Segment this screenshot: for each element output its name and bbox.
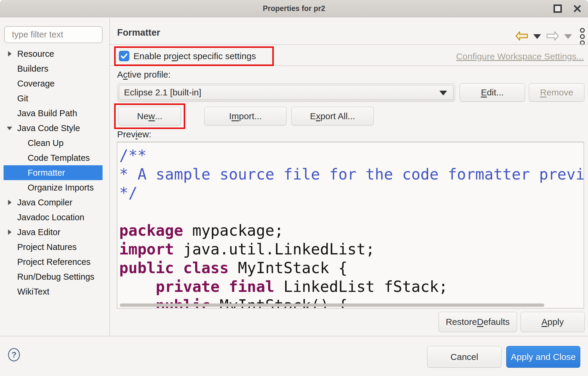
preview-code: /*** A sample source file for the code f… — [117, 142, 584, 309]
sidebar-separator — [109, 17, 110, 336]
sidebar-item-organize-imports[interactable]: Organize Imports — [0, 180, 109, 195]
forward-history-dropdown-icon[interactable] — [564, 34, 572, 39]
sidebar-item-builders[interactable]: Builders — [0, 61, 109, 76]
new-button[interactable]: New... — [118, 107, 181, 125]
expand-arrow-icon[interactable] — [8, 229, 12, 235]
properties-dialog: Properties for pr2 ResourceBuildersCover… — [0, 0, 588, 376]
configure-workspace-settings-link[interactable]: Configure Workspace Settings... — [456, 51, 584, 62]
sidebar-item-label: Builders — [17, 64, 48, 74]
edit-button[interactable]: Edit... — [460, 83, 525, 102]
sidebar-item-label: Organize Imports — [28, 183, 94, 193]
import-button[interactable]: Import... — [204, 107, 287, 125]
sidebar-item-project-references[interactable]: Project References — [0, 254, 109, 269]
sidebar-item-label: Resource — [17, 49, 54, 59]
active-profile-value: Eclipse 2.1 [built-in] — [124, 87, 201, 97]
filter-input[interactable] — [4, 26, 103, 43]
sidebar-item-label: Java Code Style — [17, 123, 80, 133]
sidebar-item-label: Git — [17, 94, 28, 103]
sidebar-item-label: WikiText — [17, 287, 49, 297]
apply-button[interactable]: Apply — [521, 312, 585, 332]
sidebar-item-formatter[interactable]: Formatter — [4, 165, 103, 180]
enable-project-settings-checkbox[interactable] — [119, 51, 129, 61]
forward-arrow-icon[interactable] — [546, 31, 559, 42]
sidebar-item-label: Java Build Path — [17, 108, 77, 118]
sidebar-item-run-debug-settings[interactable]: Run/Debug Settings — [0, 269, 109, 284]
horizontal-scrollbar[interactable] — [120, 303, 544, 307]
titlebar[interactable]: Properties for pr2 — [0, 0, 588, 17]
sidebar-item-label: Code Templates — [28, 153, 90, 163]
maximize-icon[interactable] — [554, 4, 562, 13]
sidebar-item-label: Coverage — [17, 79, 55, 89]
active-profile-dropdown[interactable]: Eclipse 2.1 [built-in] — [117, 83, 455, 102]
active-profile-label: Active profile: — [117, 70, 171, 80]
sidebar-item-label: Java Compiler — [17, 198, 72, 207]
sidebar-item-project-natures[interactable]: Project Natures — [0, 240, 109, 254]
sidebar-item-label: Javadoc Location — [17, 213, 84, 222]
restore-defaults-button[interactable]: Restore Defaults — [438, 312, 517, 332]
sidebar-item-git[interactable]: Git — [0, 91, 109, 106]
sidebar-item-java-code-style[interactable]: Java Code Style — [0, 121, 109, 136]
view-menu-icon[interactable] — [580, 28, 585, 45]
settings-divider — [110, 65, 588, 66]
window-title: Properties for pr2 — [0, 0, 588, 17]
expand-arrow-icon[interactable] — [8, 51, 12, 56]
sidebar-item-javadoc-location[interactable]: Javadoc Location — [0, 210, 109, 225]
back-arrow-icon[interactable] — [515, 31, 528, 42]
sidebar-item-clean-up[interactable]: Clean Up — [0, 136, 109, 150]
sidebar-item-java-build-path[interactable]: Java Build Path — [0, 106, 109, 121]
remove-button[interactable]: Remove — [529, 83, 584, 102]
sidebar-item-label: Run/Debug Settings — [17, 272, 95, 282]
cancel-button[interactable]: Cancel — [427, 346, 501, 368]
sidebar-item-code-templates[interactable]: Code Templates — [0, 150, 109, 165]
settings-tree: ResourceBuildersCoverageGitJava Build Pa… — [0, 46, 109, 299]
header-divider — [110, 44, 588, 45]
sidebar-item-label: Clean Up — [28, 138, 64, 148]
apply-and-close-button[interactable]: Apply and Close — [506, 346, 580, 368]
sidebar-item-label: Java Editor — [17, 227, 60, 237]
help-icon[interactable]: ? — [8, 348, 20, 361]
export-all-button[interactable]: Export All... — [291, 107, 374, 125]
sidebar-item-resource[interactable]: Resource — [0, 46, 109, 61]
sidebar-item-wikitext[interactable]: WikiText — [0, 284, 109, 299]
back-history-dropdown-icon[interactable] — [533, 34, 541, 39]
dropdown-arrow-icon — [439, 91, 447, 95]
preview-pane: /*** A sample source file for the code f… — [117, 142, 584, 309]
enable-project-settings-label[interactable]: Enable project specific settings — [133, 51, 256, 61]
collapse-arrow-icon[interactable] — [7, 127, 12, 130]
close-icon[interactable] — [573, 4, 581, 13]
sidebar-item-coverage[interactable]: Coverage — [0, 76, 109, 91]
footer-divider — [0, 336, 588, 336]
preview-label: Preview: — [117, 129, 151, 139]
sidebar-item-label: Project References — [17, 257, 91, 267]
page-title: Formatter — [117, 27, 160, 38]
sidebar-item-label: Project Natures — [17, 242, 77, 252]
sidebar-item-java-compiler[interactable]: Java Compiler — [0, 195, 109, 210]
sidebar-item-label: Formatter — [28, 168, 65, 178]
expand-arrow-icon[interactable] — [8, 200, 12, 205]
sidebar-item-java-editor[interactable]: Java Editor — [0, 225, 109, 240]
